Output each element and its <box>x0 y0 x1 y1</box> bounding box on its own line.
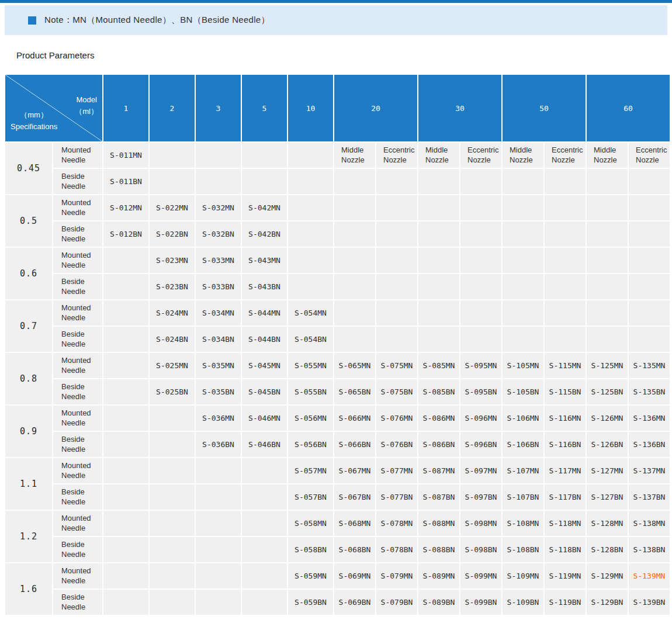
empty-cell <box>103 274 148 299</box>
model-code-cell-S-115MN: S-115MN <box>545 353 586 378</box>
model-code-cell-S-136BN: S-136BN <box>629 432 670 457</box>
empty-cell <box>150 537 195 562</box>
spec-cell-0.6: 0.6 <box>5 248 52 299</box>
model-code-cell-S-068MN: S-068MN <box>334 511 375 536</box>
empty-cell <box>503 300 543 326</box>
empty-cell <box>376 274 417 299</box>
column-header-10ml: 10 <box>288 75 333 141</box>
model-code-cell-S-108MN: S-108MN <box>503 511 543 536</box>
model-code-cell-S-118BN: S-118BN <box>545 537 586 562</box>
model-code-cell-S-076BN: S-076BN <box>376 432 417 457</box>
model-code-cell-S-078BN: S-078BN <box>376 537 417 562</box>
empty-cell <box>460 169 501 194</box>
model-code-cell-S-127MN: S-127MN <box>587 458 628 483</box>
empty-cell <box>587 327 628 352</box>
model-code-cell-S-045MN: S-045MN <box>242 353 287 378</box>
model-code-cell-S-036MN: S-036MN <box>196 406 241 431</box>
model-code-cell-S-025BN: S-025BN <box>150 379 195 404</box>
nozzle-subheader-cell: Eccentric Nozzle <box>460 143 501 168</box>
spec-cell-1.6: 1.6 <box>5 563 52 615</box>
model-code-cell-S-059BN: S-059BN <box>288 590 333 615</box>
model-code-cell-S-034MN: S-034MN <box>196 300 241 326</box>
empty-cell <box>242 511 287 536</box>
model-code-cell-S-058BN: S-058BN <box>288 537 333 562</box>
empty-cell <box>503 248 543 273</box>
empty-cell <box>629 195 670 220</box>
model-code-cell-S-125BN: S-125BN <box>587 379 628 404</box>
model-code-cell-S-077BN: S-077BN <box>376 484 417 510</box>
model-code-cell-S-035BN: S-035BN <box>196 379 241 404</box>
model-code-cell-S-135MN: S-135MN <box>629 353 670 378</box>
model-code-cell-S-055MN: S-055MN <box>288 353 333 378</box>
empty-cell <box>587 248 628 273</box>
model-code-cell-S-115BN: S-115BN <box>545 379 586 404</box>
model-code-cell-S-032BN: S-032BN <box>196 221 241 247</box>
model-code-cell-S-089BN: S-089BN <box>418 590 459 615</box>
empty-cell <box>288 169 333 194</box>
model-code-cell-S-043BN: S-043BN <box>242 274 287 299</box>
column-header-50ml: 50 <box>503 75 586 141</box>
spec-cell-1.2: 1.2 <box>5 511 52 562</box>
empty-cell <box>376 327 417 352</box>
empty-cell <box>334 274 375 299</box>
model-code-cell-S-058MN: S-058MN <box>288 511 333 536</box>
empty-cell <box>150 143 195 168</box>
model-code-cell-S-097BN: S-097BN <box>460 484 501 510</box>
note-bullet-icon <box>28 16 36 25</box>
empty-cell <box>629 169 670 194</box>
empty-cell <box>150 169 195 194</box>
table-row: Beside NeedleS-057BNS-067BNS-077BNS-087B… <box>5 484 670 510</box>
table-row: 1.1Mounted NeedleS-057MNS-067MNS-077MNS-… <box>5 458 670 483</box>
empty-cell <box>150 432 195 457</box>
nozzle-subheader-cell: Middle Nozzle <box>587 143 628 168</box>
table-row: Beside NeedleS-036BNS-046BNS-056BNS-066B… <box>5 432 670 457</box>
empty-cell <box>587 169 628 194</box>
column-header-60ml: 60 <box>587 75 670 141</box>
empty-cell <box>103 511 148 536</box>
empty-cell <box>503 169 543 194</box>
nozzle-subheader-cell: Middle Nozzle <box>503 143 543 168</box>
empty-cell <box>418 274 459 299</box>
nozzle-subheader-cell: Eccentric Nozzle <box>545 143 586 168</box>
table-row: 0.5Mounted NeedleS-012MNS-022MNS-032MNS-… <box>5 195 670 220</box>
model-code-cell-S-057BN: S-057BN <box>288 484 333 510</box>
model-code-cell-S-107BN: S-107BN <box>503 484 543 510</box>
table-row: Beside NeedleS-012BNS-022BNS-032BNS-042B… <box>5 221 670 247</box>
model-code-cell-S-042MN: S-042MN <box>242 195 287 220</box>
model-code-cell-S-043MN: S-043MN <box>242 248 287 273</box>
empty-cell <box>376 195 417 220</box>
empty-cell <box>103 406 148 431</box>
model-code-cell-S-128MN: S-128MN <box>587 511 628 536</box>
model-code-cell-S-089MN: S-089MN <box>418 563 459 588</box>
model-code-cell-S-108BN: S-108BN <box>503 537 543 562</box>
empty-cell <box>545 274 586 299</box>
model-code-cell-S-079BN: S-079BN <box>376 590 417 615</box>
model-code-cell-S-075MN: S-075MN <box>376 353 417 378</box>
beside-needle-label-cell: Beside Needle <box>53 274 102 299</box>
model-code-cell-S-129BN: S-129BN <box>587 590 628 615</box>
model-code-cell-S-107MN: S-107MN <box>503 458 543 483</box>
note-bar: Note：MN（Mounted Needle）、BN（Beside Needle… <box>5 5 667 35</box>
model-code-cell-S-012BN: S-012BN <box>103 221 148 247</box>
model-code-cell-S-011MN: S-011MN <box>103 143 148 168</box>
empty-cell <box>103 458 148 483</box>
model-code-cell-S-075BN: S-075BN <box>376 379 417 404</box>
empty-cell <box>587 195 628 220</box>
table-row: Beside NeedleS-011BN <box>5 169 670 194</box>
empty-cell <box>288 143 333 168</box>
model-code-cell-S-117MN: S-117MN <box>545 458 586 483</box>
model-code-cell-S-033MN: S-033MN <box>196 248 241 273</box>
empty-cell <box>103 563 148 588</box>
empty-cell <box>503 327 543 352</box>
nozzle-subheader-cell: Middle Nozzle <box>334 143 375 168</box>
model-code-cell-S-054BN: S-054BN <box>288 327 333 352</box>
model-code-cell-S-056MN: S-056MN <box>288 406 333 431</box>
model-code-cell-S-046BN: S-046BN <box>242 432 287 457</box>
empty-cell <box>196 537 241 562</box>
spec-cell-1.1: 1.1 <box>5 458 52 510</box>
empty-cell <box>376 300 417 326</box>
model-code-cell-S-139MN: S-139MN <box>629 563 670 588</box>
model-code-cell-S-105BN: S-105BN <box>503 379 543 404</box>
empty-cell <box>587 221 628 247</box>
empty-cell <box>103 379 148 404</box>
